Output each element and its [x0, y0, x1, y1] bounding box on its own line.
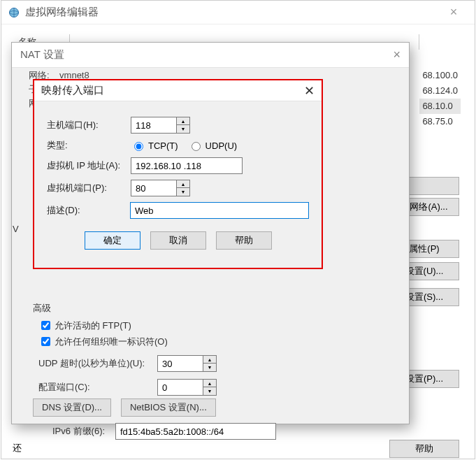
- ok-button[interactable]: 确定: [85, 231, 140, 250]
- ip-row-0[interactable]: 68.100.0: [419, 68, 461, 83]
- ftp-checkbox-label: 允许活动的 FTP(T): [55, 319, 131, 332]
- netbios-settings-button[interactable]: NetBIOS 设置(N)...: [121, 398, 216, 417]
- ftp-checkbox-input[interactable]: [41, 321, 50, 330]
- vm-port-spinner[interactable]: ▲▼: [131, 180, 190, 196]
- nat-close-icon[interactable]: ×: [393, 48, 401, 62]
- ip-row-3[interactable]: 68.75.0: [419, 114, 461, 129]
- spin-up-icon[interactable]: ▲: [203, 356, 216, 364]
- map-body: 主机端口(H): ▲▼ 类型: TCP(T) UDP(U) 虚拟机 IP 地址(…: [34, 101, 322, 258]
- map-button-row: 确定 取消 帮助: [47, 231, 309, 250]
- ip-row-2-selected[interactable]: 68.10.0: [419, 99, 461, 114]
- subnet-address-list: 68.100.0 68.124.0 68.10.0 68.75.0: [419, 68, 461, 129]
- host-port-input[interactable]: [131, 117, 176, 133]
- description-label: 描述(D):: [47, 204, 130, 217]
- ip-row-1[interactable]: 68.124.0: [419, 83, 461, 99]
- oui-checkbox-input[interactable]: [41, 337, 50, 346]
- advanced-group: 高级 允许活动的 FTP(T) 允许任何组织唯一标识符(O) UDP 超时(以秒…: [33, 302, 410, 447]
- nat-title: NAT 设置: [20, 48, 64, 62]
- config-port-spinner[interactable]: ▲▼: [157, 379, 217, 396]
- spin-down-icon[interactable]: ▼: [203, 387, 216, 395]
- help-button[interactable]: 帮助: [216, 231, 272, 250]
- bottom-left-button-fragment[interactable]: 还: [13, 442, 22, 454]
- cancel-button[interactable]: 取消: [150, 231, 206, 250]
- tcp-radio-label: TCP(T): [148, 141, 178, 151]
- map-close-icon[interactable]: ✕: [304, 83, 315, 99]
- map-titlebar: 映射传入端口 ✕: [34, 80, 322, 101]
- spin-down-icon[interactable]: ▼: [177, 188, 189, 196]
- vm-port-label: 虚拟机端口(P):: [47, 182, 131, 194]
- config-port-input[interactable]: [158, 380, 203, 395]
- host-port-label: 主机端口(H):: [47, 119, 131, 131]
- udp-radio[interactable]: UDP(U): [188, 140, 238, 151]
- tcp-radio-input[interactable]: [134, 142, 143, 151]
- host-port-spinner[interactable]: ▲▼: [131, 117, 190, 134]
- ipv6-prefix-input[interactable]: [115, 423, 276, 440]
- spin-down-icon[interactable]: ▼: [177, 125, 189, 133]
- spin-down-icon[interactable]: ▼: [203, 364, 216, 371]
- dns-settings-button[interactable]: DNS 设置(D)...: [33, 398, 111, 417]
- ipv6-prefix-label: IPv6 前缀(6):: [52, 425, 115, 438]
- editor-close-icon[interactable]: ×: [440, 5, 468, 20]
- udp-timeout-spinner[interactable]: ▲▼: [157, 355, 217, 372]
- vmware-icon: [8, 7, 20, 18]
- dns-netbios-row: DNS 设置(D)... NetBIOS 设置(N)...: [33, 398, 216, 417]
- editor-title: 虚拟网络编辑器: [25, 6, 99, 19]
- vm-port-input[interactable]: [131, 180, 176, 196]
- type-label: 类型:: [47, 139, 131, 152]
- oui-checkbox-label: 允许任何组织唯一标识符(O): [55, 336, 168, 348]
- config-port-label: 配置端口(C):: [38, 381, 157, 394]
- udp-radio-label: UDP(U): [205, 141, 238, 151]
- udp-timeout-input[interactable]: [158, 356, 203, 371]
- nat-titlebar: NAT 设置 ×: [12, 43, 409, 68]
- udp-radio-input[interactable]: [192, 142, 201, 151]
- vm-ip-input[interactable]: [131, 157, 243, 174]
- map-title: 映射传入端口: [41, 84, 104, 97]
- tcp-radio[interactable]: TCP(T): [131, 140, 178, 151]
- allow-active-ftp-checkbox[interactable]: 允许活动的 FTP(T): [38, 319, 410, 332]
- udp-timeout-label: UDP 超时(以秒为单位)(U):: [38, 357, 157, 370]
- vm-ip-label: 虚拟机 IP 地址(A):: [47, 159, 131, 172]
- editor-titlebar: 虚拟网络编辑器 ×: [1, 1, 475, 24]
- spin-up-icon[interactable]: ▲: [177, 117, 189, 125]
- spin-up-icon[interactable]: ▲: [177, 180, 189, 188]
- left-v-fragment: V: [13, 224, 19, 234]
- port-mapping-dialog: 映射传入端口 ✕ 主机端口(H): ▲▼ 类型: TCP(T) UDP(U) 虚…: [33, 79, 323, 269]
- allow-any-oui-checkbox[interactable]: 允许任何组织唯一标识符(O): [38, 335, 410, 348]
- spin-up-icon[interactable]: ▲: [203, 380, 216, 387]
- advanced-group-title: 高级: [33, 302, 410, 315]
- description-input[interactable]: [130, 202, 309, 219]
